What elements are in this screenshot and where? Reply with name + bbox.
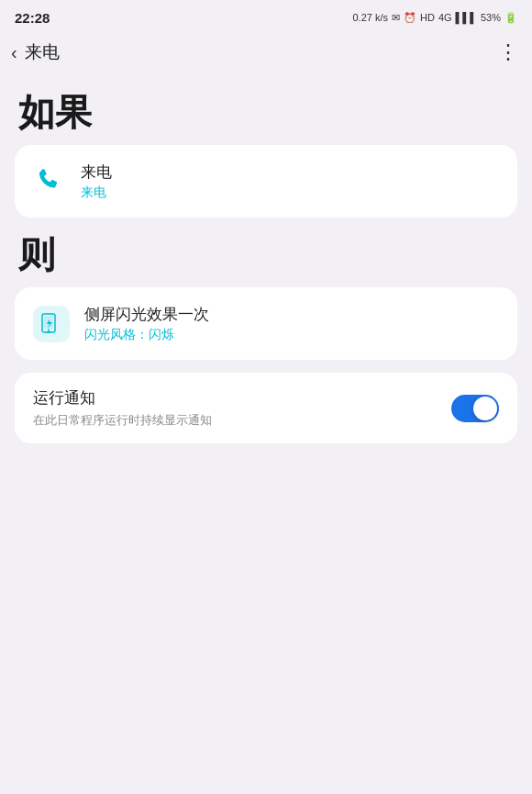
flash-effect-item[interactable]: 侧屏闪光效果一次 闪光风格：闪烁 xyxy=(15,287,517,360)
if-section-heading: 如果 xyxy=(18,92,517,132)
nav-left: ‹ 来电 xyxy=(11,40,60,64)
network-speed: 0.27 k/s xyxy=(352,12,388,23)
flash-card-text: 侧屏闪光效果一次 闪光风格：闪烁 xyxy=(84,304,209,343)
notification-toggle[interactable] xyxy=(451,395,499,422)
flash-icon xyxy=(33,306,70,342)
flash-card-title: 侧屏闪光效果一次 xyxy=(84,304,209,325)
back-button[interactable]: ‹ xyxy=(11,42,17,63)
battery-percent: 53% xyxy=(481,12,501,23)
signal-4g-icon: 4G xyxy=(438,12,452,23)
more-options-button[interactable]: ⋮ xyxy=(498,40,517,64)
incoming-call-item[interactable]: 来电 来电 xyxy=(15,145,517,218)
flash-card[interactable]: 侧屏闪光效果一次 闪光风格：闪烁 xyxy=(15,287,517,360)
hd-badge: HD xyxy=(420,12,435,23)
battery-icon: 🔋 xyxy=(504,12,517,24)
then-section-heading: 则 xyxy=(18,234,517,274)
toggle-text-area: 运行通知 在此日常程序运行时持续显示通知 xyxy=(33,387,451,429)
phone-icon xyxy=(33,165,66,198)
if-card-subtitle: 来电 xyxy=(81,185,112,201)
flash-card-subtitle: 闪光风格：闪烁 xyxy=(84,327,209,343)
toggle-knob xyxy=(473,397,497,420)
message-icon: ✉ xyxy=(392,12,400,24)
toggle-title: 运行通知 xyxy=(33,387,451,408)
phone-svg-icon xyxy=(35,167,64,196)
if-card[interactable]: 来电 来电 xyxy=(15,145,517,218)
status-bar: 22:28 0.27 k/s ✉ ⏰ HD 4G ▌▌▌ 53% 🔋 xyxy=(0,0,532,33)
status-time: 22:28 xyxy=(15,10,50,26)
if-card-text: 来电 来电 xyxy=(81,162,112,201)
flash-svg-icon xyxy=(40,313,62,335)
top-nav: ‹ 来电 ⋮ xyxy=(0,33,532,72)
page-title: 来电 xyxy=(25,40,60,64)
if-card-title: 来电 xyxy=(81,162,112,183)
alarm-icon: ⏰ xyxy=(404,12,416,24)
notification-toggle-card[interactable]: 运行通知 在此日常程序运行时持续显示通知 xyxy=(15,373,517,443)
toggle-subtitle: 在此日常程序运行时持续显示通知 xyxy=(33,412,451,429)
status-icons: 0.27 k/s ✉ ⏰ HD 4G ▌▌▌ 53% 🔋 xyxy=(352,12,517,24)
main-content: 如果 来电 来电 则 xyxy=(0,72,532,471)
signal-bars-icon: ▌▌▌ xyxy=(456,12,477,23)
